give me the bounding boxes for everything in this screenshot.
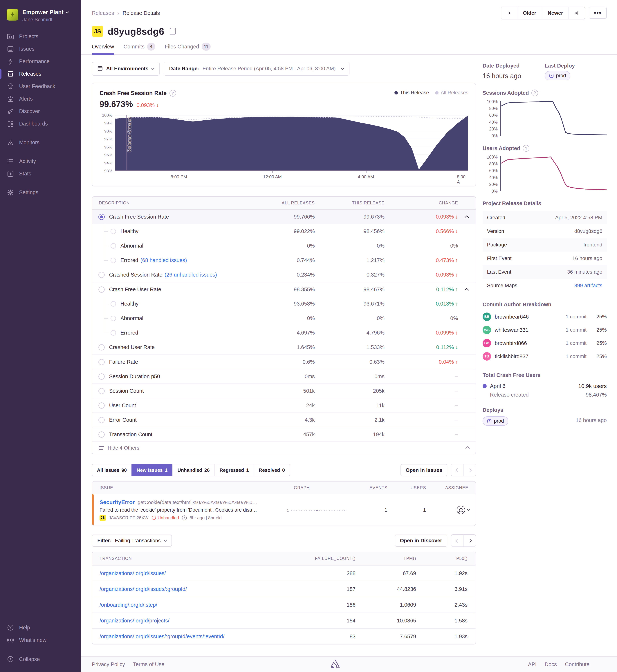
collapse-chevron-icon[interactable]: [465, 215, 469, 220]
transaction-link[interactable]: /organizations/:orgId/issues/:groupId/ev…: [92, 634, 297, 640]
radio[interactable]: [98, 287, 105, 293]
metric-row-crash-free-user-rate[interactable]: Crash Free User Rate 98.355% 98.467% 0.1…: [92, 282, 476, 297]
artifacts-link[interactable]: 899 artifacts: [574, 283, 602, 289]
transaction-row[interactable]: /organizations/:orgId/projects/ 154 10.0…: [92, 613, 476, 628]
open-in-discover-button[interactable]: Open in Discover: [395, 535, 447, 547]
privacy-policy-link[interactable]: Privacy Policy: [92, 661, 125, 667]
radio[interactable]: [98, 359, 105, 365]
tab-all-issues[interactable]: All Issues90: [92, 464, 132, 476]
sidebar-item-activity[interactable]: Activity: [0, 155, 81, 167]
sidebar-item-releases[interactable]: Releases: [0, 68, 81, 80]
handled-issues-link[interactable]: (68 handled issues): [141, 257, 187, 263]
tab-unhandled[interactable]: Unhandled26: [172, 464, 214, 476]
transaction-row[interactable]: /organizations/:orgId/issues/:groupId/ev…: [92, 628, 476, 644]
api-link[interactable]: API: [528, 661, 537, 667]
collapse-chevron-icon[interactable]: [465, 288, 469, 292]
tab-overview[interactable]: Overview: [92, 43, 114, 54]
transaction-link[interactable]: /onboarding/:orgId/:step/: [92, 602, 297, 608]
sidebar-item-performance[interactable]: Performance: [0, 55, 81, 68]
tab-new-issues[interactable]: New Issues1: [132, 464, 172, 476]
contribute-link[interactable]: Contribute: [565, 661, 590, 667]
transaction-link[interactable]: /organizations/:orgId/issues/:groupId/: [92, 586, 297, 592]
newest-release-button[interactable]: [569, 7, 585, 19]
newer-button[interactable]: Newer: [542, 7, 569, 19]
help-circle-icon[interactable]: ?: [523, 145, 530, 151]
org-switcher[interactable]: Empower Plant Jane Schmidt: [0, 7, 81, 30]
sidebar-item-help[interactable]: Help: [0, 621, 81, 634]
tab-files-changed[interactable]: Files Changed11: [165, 43, 211, 54]
radio[interactable]: [98, 388, 105, 394]
area-chart[interactable]: Release Created: [115, 115, 468, 171]
metric-row-failure-rate[interactable]: Failure Rate 0.6% 0.63% 0.04%↑: [92, 355, 476, 369]
transaction-link[interactable]: /organizations/:orgId/issues/: [92, 570, 297, 576]
radio[interactable]: [111, 229, 116, 234]
prod-deploy-badge[interactable]: prod: [482, 416, 508, 426]
assignee-dropdown[interactable]: [433, 505, 476, 515]
transactions-filter[interactable]: Filter: Failing Transactions: [92, 535, 172, 547]
prod-deploy-badge[interactable]: prod: [545, 71, 570, 80]
metric-row-healthy[interactable]: Healthy 99.022% 98.456% 0.566%↓: [92, 224, 476, 239]
sidebar-item-alerts[interactable]: Alerts: [0, 93, 81, 105]
sidebar-item-whats-new[interactable]: What's new: [0, 634, 81, 646]
prev-page-button[interactable]: [451, 535, 463, 547]
transaction-row[interactable]: /organizations/:orgId/issues/:groupId/ 1…: [92, 581, 476, 597]
docs-link[interactable]: Docs: [545, 661, 557, 667]
radio[interactable]: [98, 272, 105, 278]
issue-row[interactable]: SecurityError getCookie(data:text/html,%…: [92, 494, 476, 526]
metric-row-transaction-count[interactable]: Transaction Count 457k 194k –: [92, 427, 476, 441]
sidebar-item-discover[interactable]: Discover: [0, 105, 81, 118]
radio[interactable]: [98, 417, 105, 423]
help-circle-icon[interactable]: ?: [532, 89, 538, 96]
radio[interactable]: [98, 373, 105, 380]
radio[interactable]: [111, 243, 116, 249]
radio[interactable]: [111, 258, 116, 263]
sidebar-item-issues[interactable]: Issues: [0, 43, 81, 55]
radio[interactable]: [111, 330, 116, 336]
issue-title-link[interactable]: SecurityError: [99, 499, 135, 506]
tab-regressed[interactable]: Regressed1: [214, 464, 254, 476]
sidebar-item-projects[interactable]: Projects: [0, 30, 81, 43]
unhandled-issues-link[interactable]: (26 unhandled issues): [165, 272, 217, 278]
radio[interactable]: [111, 301, 116, 307]
metric-row-session-count[interactable]: Session Count 501k 205k –: [92, 383, 476, 398]
more-options-button[interactable]: •••: [589, 7, 607, 19]
metric-row-healthy-users[interactable]: Healthy 93.658% 93.671% 0.013%↑: [92, 297, 476, 311]
metric-row-session-duration-p50[interactable]: Session Duration p50 0ms 0ms –: [92, 369, 476, 383]
sidebar-item-stats[interactable]: Stats: [0, 167, 81, 180]
radio-selected[interactable]: [98, 214, 105, 220]
legend-this-release[interactable]: This Release: [394, 90, 429, 96]
open-in-issues-button[interactable]: Open in Issues: [401, 464, 447, 476]
metric-row-crashed-session-rate[interactable]: Crashed Session Rate(26 unhandled issues…: [92, 268, 476, 282]
tab-commits[interactable]: Commits4: [124, 43, 155, 54]
prev-page-button[interactable]: [451, 464, 463, 476]
help-circle-icon[interactable]: ?: [170, 90, 176, 96]
radio[interactable]: [98, 402, 105, 409]
environment-filter[interactable]: All Environments: [92, 62, 160, 76]
next-page-button[interactable]: [463, 535, 476, 547]
transaction-link[interactable]: /organizations/:orgId/projects/: [92, 618, 297, 624]
radio[interactable]: [111, 316, 116, 321]
transaction-row[interactable]: /organizations/:orgId/issues/ 288 67.69 …: [92, 565, 476, 581]
oldest-release-button[interactable]: [501, 7, 517, 19]
metric-row-error-count[interactable]: Error Count 4.3k 2.1k –: [92, 412, 476, 427]
metric-row-user-count[interactable]: User Count 24k 11k –: [92, 398, 476, 412]
sidebar-item-monitors[interactable]: Monitors: [0, 136, 81, 149]
metric-row-abnormal-users[interactable]: Abnormal 0% 0% 0%: [92, 311, 476, 326]
radio[interactable]: [98, 344, 105, 350]
sidebar-item-collapse[interactable]: Collapse: [0, 653, 81, 665]
next-page-button[interactable]: [463, 464, 476, 476]
metric-row-crashed-user-rate[interactable]: Crashed User Rate 1.645% 1.533% 0.112%↓: [92, 340, 476, 355]
metric-row-errored[interactable]: Errored(68 handled issues) 0.744% 1.217%…: [92, 253, 476, 268]
legend-all-releases[interactable]: All Releases: [435, 90, 468, 96]
copy-icon[interactable]: [170, 28, 176, 35]
older-button[interactable]: Older: [517, 7, 542, 19]
tab-resolved[interactable]: Resolved0: [254, 464, 289, 476]
sidebar-item-user-feedback[interactable]: User Feedback: [0, 80, 81, 93]
sidebar-item-settings[interactable]: Settings: [0, 186, 81, 199]
metric-row-abnormal[interactable]: Abnormal 0% 0% 0%: [92, 239, 476, 253]
metric-row-crash-free-session-rate[interactable]: Crash Free Session Rate 99.766% 99.673% …: [92, 210, 476, 224]
date-range-filter[interactable]: Date Range: Entire Release Period (Apr 0…: [164, 62, 350, 76]
radio[interactable]: [98, 431, 105, 438]
metric-row-errored-users[interactable]: Errored 4.697% 4.796% 0.099%↑: [92, 326, 476, 340]
sidebar-item-dashboards[interactable]: Dashboards: [0, 118, 81, 130]
